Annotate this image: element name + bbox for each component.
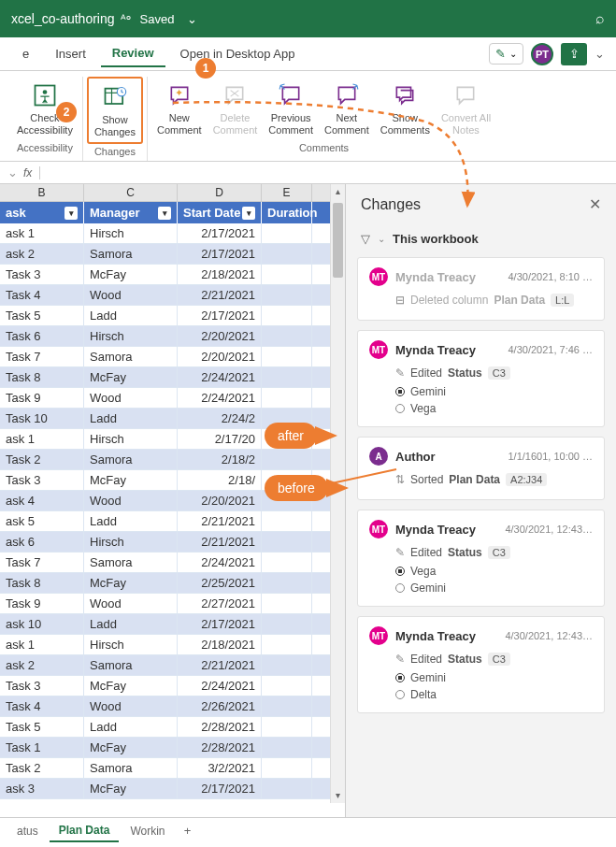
cell-duration[interactable] (262, 450, 312, 469)
cell-task[interactable]: Task 6 (0, 326, 84, 346)
cell-task[interactable]: ask 1 (0, 429, 84, 449)
change-card[interactable]: MTMynda Treacy4/30/2021, 12:43…✎Edited S… (357, 510, 605, 607)
sheet-tab-plan-data[interactable]: Plan Data (50, 820, 120, 842)
cell-date[interactable]: 2/24/2 (178, 409, 262, 428)
cell-duration[interactable] (262, 553, 312, 572)
filter-dropdown-icon[interactable]: ▾ (158, 207, 171, 220)
cell-date[interactable]: 2/26/2021 (178, 696, 262, 716)
cell-date[interactable]: 2/17/2021 (178, 223, 262, 243)
close-icon[interactable]: ✕ (589, 195, 601, 213)
cell-duration[interactable] (262, 511, 312, 531)
cell-manager[interactable]: McFay (84, 367, 178, 387)
value-option[interactable]: Vega (395, 563, 593, 580)
table-row[interactable]: Task 5Ladd2/28/2021 (0, 717, 345, 738)
cell-duration[interactable] (262, 306, 312, 325)
cell-task[interactable]: ask 6 (0, 532, 84, 552)
cell-date[interactable]: 2/21/2021 (178, 511, 262, 531)
cell-task[interactable]: Task 3 (0, 470, 84, 490)
table-row[interactable]: ask 3McFay2/17/2021 (0, 779, 345, 799)
cell-task[interactable]: Task 8 (0, 367, 84, 387)
table-row[interactable]: ask 5Ladd2/21/2021 (0, 511, 345, 532)
table-row[interactable]: Task 9Wood2/27/2021 (0, 594, 345, 614)
cell-date[interactable]: 2/20/2021 (178, 347, 262, 366)
cell-date[interactable]: 3/2/2021 (178, 758, 262, 778)
cell-manager[interactable]: Samora (84, 655, 178, 675)
cell-task[interactable]: ask 3 (0, 779, 84, 798)
value-option[interactable]: Vega (395, 400, 593, 417)
cell-manager[interactable]: Samora (84, 244, 178, 264)
cell-manager[interactable]: Ladd (84, 614, 178, 634)
value-option[interactable]: Gemini (395, 383, 593, 400)
fx-label[interactable]: fx (23, 166, 40, 179)
cell-date[interactable]: 2/24/2021 (178, 676, 262, 696)
table-row[interactable]: Task 9Wood2/24/2021 (0, 388, 345, 409)
cell-duration[interactable] (262, 676, 312, 696)
cell-duration[interactable] (262, 614, 312, 634)
table-row[interactable]: ask 10Ladd2/17/2021 (0, 614, 345, 635)
show-changes-button[interactable]: Show Changes (87, 77, 143, 144)
panel-filter[interactable]: ▽ ⌄ This workbook (346, 224, 616, 257)
cell-date[interactable]: 2/21/2021 (178, 285, 262, 305)
cell-task[interactable]: Task 9 (0, 388, 84, 408)
change-card[interactable]: AAuthor1/1/1601, 10:00 …⇅Sorted Plan Dat… (357, 437, 605, 500)
cell-task[interactable]: Task 2 (0, 758, 84, 778)
table-row[interactable]: Task 6Hirsch2/20/2021 (0, 326, 345, 347)
cell-duration[interactable] (262, 758, 312, 778)
cell-date[interactable]: 2/28/2021 (178, 717, 262, 737)
col-header-b[interactable]: B (0, 184, 84, 201)
cell-manager[interactable]: Hirsch (84, 326, 178, 346)
search-icon[interactable]: ⌕ (595, 10, 605, 27)
cell-task[interactable]: Task 5 (0, 306, 84, 325)
col-header-e[interactable]: E (262, 184, 312, 201)
cell-date[interactable]: 2/18/2 (178, 450, 262, 469)
cell-duration[interactable] (262, 532, 312, 552)
cell-date[interactable]: 2/17/2021 (178, 779, 262, 798)
tab-open-desktop[interactable]: Open in Desktop App (169, 41, 307, 66)
table-row[interactable]: Task 8McFay2/24/2021 (0, 367, 345, 388)
cell-duration[interactable] (262, 244, 312, 264)
table-row[interactable]: Task 7Samora2/24/2021 (0, 553, 345, 573)
value-option[interactable]: Gemini (395, 669, 593, 686)
scrollbar-thumb[interactable] (333, 203, 343, 278)
cell-task[interactable]: ask 1 (0, 223, 84, 243)
cell-task[interactable]: Task 7 (0, 347, 84, 366)
cell-date[interactable]: 2/24/2021 (178, 553, 262, 572)
scroll-up-icon[interactable]: ▴ (331, 184, 345, 199)
header-start-date[interactable]: Start Date▾ (178, 202, 262, 223)
cell-manager[interactable]: Ladd (84, 306, 178, 325)
cell-task[interactable]: Task 3 (0, 676, 84, 696)
cell-manager[interactable]: Samora (84, 758, 178, 778)
cell-manager[interactable]: Wood (84, 594, 178, 613)
cell-manager[interactable]: Ladd (84, 409, 178, 428)
change-card[interactable]: MTMynda Treacy4/30/2021, 8:10 …⊟Deleted … (357, 257, 605, 321)
cell-manager[interactable]: Wood (84, 285, 178, 305)
table-row[interactable]: Task 1McFay2/28/2021 (0, 738, 345, 758)
chevron-down-icon[interactable]: ⌄ (595, 47, 605, 61)
cell-duration[interactable] (262, 779, 312, 798)
cell-task[interactable]: ask 2 (0, 655, 84, 675)
cell-date[interactable]: 2/28/2021 (178, 738, 262, 757)
table-row[interactable]: ask 6Hirsch2/21/2021 (0, 532, 345, 553)
cell-date[interactable]: 2/17/20 (178, 429, 262, 449)
cell-manager[interactable]: Hirsch (84, 223, 178, 243)
cell-duration[interactable] (262, 635, 312, 654)
cell-manager[interactable]: McFay (84, 676, 178, 696)
col-header-c[interactable]: C (84, 184, 178, 201)
cell-date[interactable]: 2/18/ (178, 470, 262, 490)
cell-duration[interactable] (262, 265, 312, 284)
cell-manager[interactable]: Hirsch (84, 635, 178, 654)
cell-duration[interactable] (262, 388, 312, 408)
cell-duration[interactable] (262, 573, 312, 593)
table-row[interactable]: ask 2Samora2/21/2021 (0, 655, 345, 676)
sheet-tab-status[interactable]: atus (7, 821, 48, 841)
filter-dropdown-icon[interactable]: ▾ (242, 207, 255, 220)
cell-task[interactable]: ask 10 (0, 614, 84, 634)
cell-manager[interactable]: Ladd (84, 717, 178, 737)
table-row[interactable]: ask 1Hirsch2/18/2021 (0, 635, 345, 655)
cell-task[interactable]: Task 2 (0, 450, 84, 469)
value-option[interactable]: Gemini (395, 580, 593, 596)
table-row[interactable]: Task 4Wood2/21/2021 (0, 285, 345, 306)
scroll-down-icon[interactable]: ▾ (331, 788, 345, 803)
cell-manager[interactable]: Samora (84, 450, 178, 469)
cell-date[interactable]: 2/24/2021 (178, 367, 262, 387)
